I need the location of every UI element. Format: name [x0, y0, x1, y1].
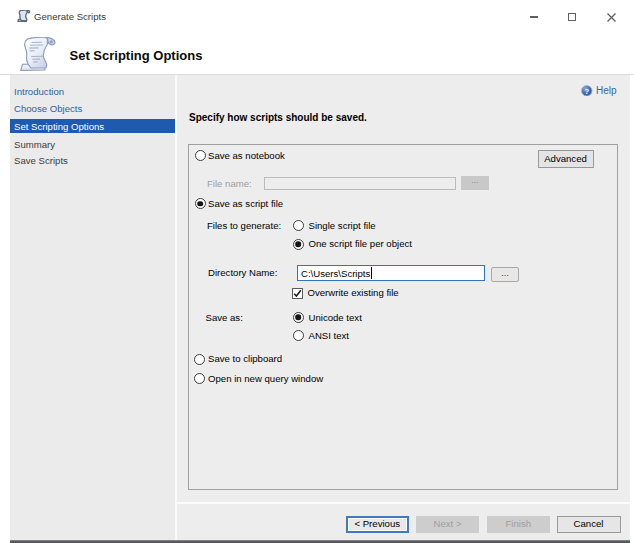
- svg-text:?: ?: [584, 86, 589, 95]
